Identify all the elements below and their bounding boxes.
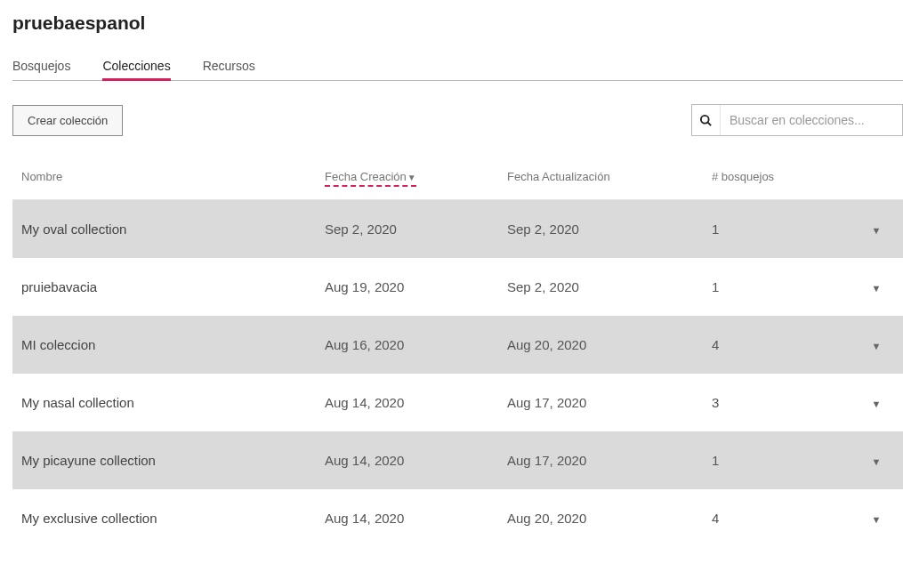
table-row[interactable]: pruiebavaciaAug 19, 2020Sep 2, 20201▼ <box>12 258 903 316</box>
cell-created: Aug 16, 2020 <box>325 337 507 352</box>
table-row[interactable]: MI coleccionAug 16, 2020Aug 20, 20204▼ <box>12 316 903 374</box>
row-menu-icon[interactable]: ▼ <box>872 399 882 409</box>
cell-created: Sep 2, 2020 <box>325 222 507 237</box>
cell-name: My exclusive collection <box>18 511 325 526</box>
cell-updated: Sep 2, 2020 <box>507 279 712 294</box>
page-title: pruebaespanol <box>12 12 903 34</box>
cell-name: MI coleccion <box>18 337 325 352</box>
table-row[interactable]: My nasal collectionAug 14, 2020Aug 17, 2… <box>12 374 903 431</box>
cell-name: My oval collection <box>18 222 325 237</box>
cell-created: Aug 14, 2020 <box>325 395 507 410</box>
create-collection-button[interactable]: Crear colección <box>12 105 123 136</box>
sort-caret-icon: ▼ <box>407 173 416 182</box>
header-name[interactable]: Nombre <box>18 170 325 187</box>
cell-updated: Sep 2, 2020 <box>507 222 712 237</box>
header-count[interactable]: # bosquejos <box>712 170 859 187</box>
cell-name: My picayune collection <box>18 453 325 468</box>
cell-count: 4 <box>712 337 859 352</box>
tab-recursos[interactable]: Recursos <box>203 52 255 80</box>
row-menu-icon[interactable]: ▼ <box>872 514 882 525</box>
tab-colecciones[interactable]: Colecciones <box>102 52 170 80</box>
search-wrap <box>691 104 903 136</box>
svg-point-0 <box>701 115 709 123</box>
row-menu-icon[interactable]: ▼ <box>872 341 882 351</box>
tab-bar: Bosquejos Colecciones Recursos <box>12 52 903 81</box>
cell-count: 1 <box>712 453 859 468</box>
cell-count: 3 <box>712 395 859 410</box>
row-menu-icon[interactable]: ▼ <box>872 283 882 294</box>
cell-created: Aug 14, 2020 <box>325 511 507 526</box>
cell-updated: Aug 20, 2020 <box>507 511 712 526</box>
table-row[interactable]: My oval collectionSep 2, 2020Sep 2, 2020… <box>12 200 903 258</box>
cell-name: pruiebavacia <box>18 279 325 294</box>
header-created-label: Fecha Creación <box>325 170 407 183</box>
table-row[interactable]: My picayune collectionAug 14, 2020Aug 17… <box>12 431 903 489</box>
search-icon <box>692 105 721 135</box>
tab-bosquejos[interactable]: Bosquejos <box>12 52 70 80</box>
cell-updated: Aug 20, 2020 <box>507 337 712 352</box>
cell-created: Aug 14, 2020 <box>325 453 507 468</box>
cell-name: My nasal collection <box>18 395 325 410</box>
row-menu-icon[interactable]: ▼ <box>872 456 882 467</box>
cell-count: 1 <box>712 222 859 237</box>
header-updated[interactable]: Fecha Actualización <box>507 170 712 187</box>
cell-count: 4 <box>712 511 859 526</box>
cell-updated: Aug 17, 2020 <box>507 453 712 468</box>
cell-created: Aug 19, 2020 <box>325 279 507 294</box>
cell-updated: Aug 17, 2020 <box>507 395 712 410</box>
table-row[interactable]: My exclusive collectionAug 14, 2020Aug 2… <box>12 489 903 547</box>
table-header: Nombre Fecha Creación▼ Fecha Actualizaci… <box>12 157 903 200</box>
svg-line-1 <box>707 122 711 125</box>
cell-count: 1 <box>712 279 859 294</box>
collections-table: Nombre Fecha Creación▼ Fecha Actualizaci… <box>12 157 903 547</box>
header-created[interactable]: Fecha Creación▼ <box>325 170 507 187</box>
row-menu-icon[interactable]: ▼ <box>872 225 882 236</box>
search-input[interactable] <box>721 105 902 135</box>
